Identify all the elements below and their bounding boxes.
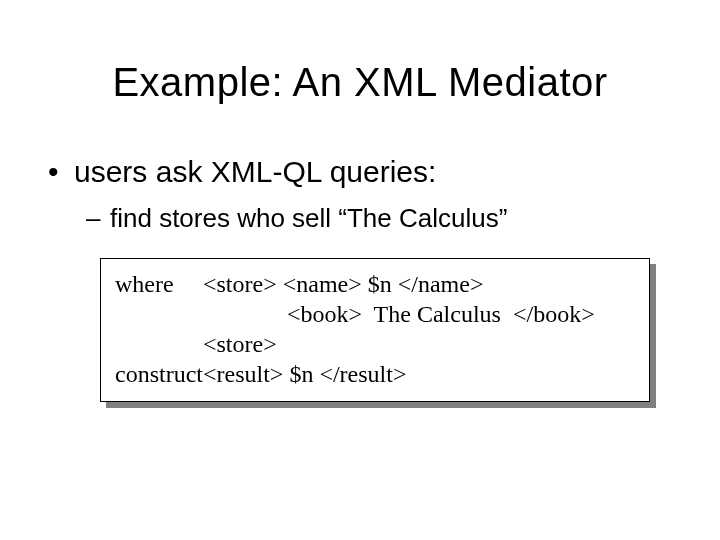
bullet-2-text: find stores who sell “The Calculus” (110, 203, 507, 233)
code-line-3: <store> (203, 329, 595, 359)
code-box: where <store> <name> $n </name> <book> T… (100, 258, 650, 402)
code-line-2: <book> The Calculus </book> (203, 299, 595, 329)
bullet-dash-icon: – (86, 203, 110, 234)
code-line-1: <store> <name> $n </name> (203, 269, 595, 299)
bullet-1-text: users ask XML-QL queries: (74, 155, 436, 188)
keyword-where: where (115, 269, 203, 299)
keyword-construct: construct (115, 359, 203, 389)
slide-title: Example: An XML Mediator (40, 60, 680, 105)
slide: Example: An XML Mediator •users ask XML-… (0, 0, 720, 540)
bullet-dot-icon: • (48, 155, 74, 189)
code-row: where <store> <name> $n </name> (115, 269, 595, 299)
code-row: <book> The Calculus </book> (115, 299, 595, 329)
code-row: <store> (115, 329, 595, 359)
code-table: where <store> <name> $n </name> <book> T… (115, 269, 595, 389)
code-row: construct <result> $n </result> (115, 359, 595, 389)
bullet-level-1: •users ask XML-QL queries: (48, 155, 680, 189)
bullet-level-2: –find stores who sell “The Calculus” (86, 203, 680, 234)
code-line-4: <result> $n </result> (203, 359, 595, 389)
code-box-container: where <store> <name> $n </name> <book> T… (100, 258, 650, 402)
